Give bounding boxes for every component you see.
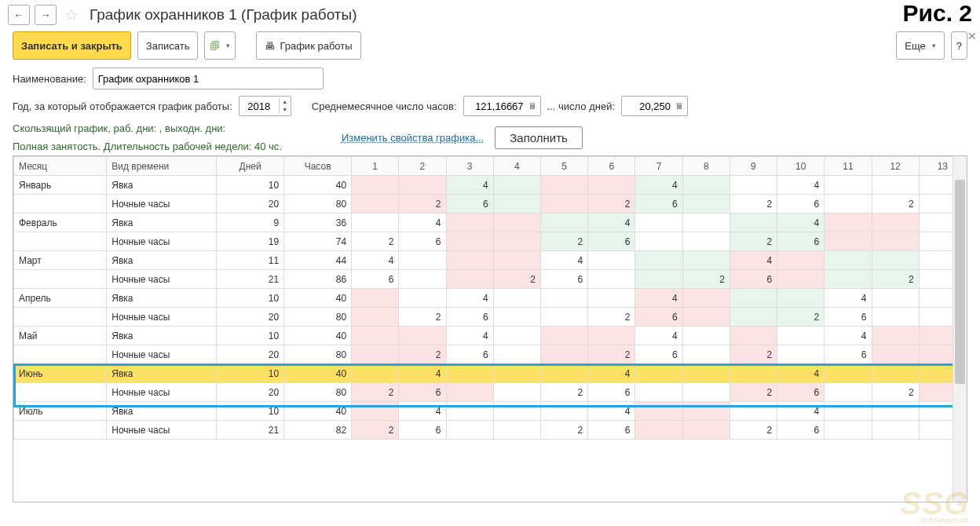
cell-day[interactable]: 4 bbox=[588, 402, 635, 421]
cell-day[interactable]: 2 bbox=[682, 270, 730, 289]
cell-kind[interactable]: Явка bbox=[107, 327, 217, 345]
cell-day[interactable] bbox=[588, 251, 635, 270]
col-day-5[interactable]: 5 bbox=[540, 157, 587, 176]
cell-day[interactable] bbox=[493, 308, 540, 327]
cell-days[interactable]: 11 bbox=[217, 251, 284, 270]
cell-day[interactable]: 4 bbox=[588, 214, 635, 232]
table-row[interactable]: Ночные часы2080262626 bbox=[14, 308, 967, 327]
cell-days[interactable]: 10 bbox=[217, 402, 284, 421]
cell-day[interactable] bbox=[682, 402, 730, 421]
cell-day[interactable] bbox=[352, 195, 399, 214]
cell-day[interactable]: 4 bbox=[777, 402, 825, 421]
cell-kind[interactable]: Ночные часы bbox=[107, 195, 217, 214]
col-days[interactable]: Дней bbox=[217, 157, 284, 176]
cell-day[interactable] bbox=[872, 345, 919, 364]
cell-day[interactable] bbox=[682, 176, 730, 195]
cell-day[interactable]: 6 bbox=[588, 421, 635, 440]
close-icon[interactable]: ✕ bbox=[967, 30, 977, 42]
cell-day[interactable] bbox=[540, 345, 587, 364]
cell-day[interactable]: 2 bbox=[399, 345, 446, 364]
col-day-12[interactable]: 12 bbox=[872, 157, 919, 176]
cell-hours[interactable]: 80 bbox=[284, 383, 352, 402]
days-box[interactable]: 🖩 bbox=[621, 96, 688, 116]
cell-day[interactable] bbox=[872, 214, 919, 232]
cell-hours[interactable]: 40 bbox=[284, 176, 352, 195]
fill-button[interactable]: Заполнить bbox=[495, 126, 583, 149]
cell-day[interactable] bbox=[635, 421, 682, 440]
name-input[interactable] bbox=[93, 68, 324, 89]
cell-day[interactable]: 2 bbox=[588, 195, 635, 214]
col-day-8[interactable]: 8 bbox=[682, 157, 730, 176]
table-row[interactable]: Ночные часы20802626262 bbox=[14, 345, 967, 364]
cell-day[interactable] bbox=[825, 214, 872, 232]
attach-menu-button[interactable]: 🗐 ▾ bbox=[204, 31, 236, 60]
table-row[interactable]: ЯнварьЯвка10404444 bbox=[14, 176, 967, 195]
cell-day[interactable] bbox=[493, 232, 540, 251]
cell-day[interactable] bbox=[730, 327, 777, 345]
col-day-3[interactable]: 3 bbox=[446, 157, 493, 176]
cell-day[interactable] bbox=[493, 176, 540, 195]
cell-hours[interactable]: 40 bbox=[284, 402, 352, 421]
cell-day[interactable] bbox=[872, 251, 919, 270]
col-day-10[interactable]: 10 bbox=[777, 157, 825, 176]
cell-day[interactable]: 6 bbox=[635, 345, 682, 364]
cell-day[interactable] bbox=[872, 364, 919, 383]
cell-day[interactable] bbox=[825, 232, 872, 251]
cell-day[interactable]: 4 bbox=[777, 364, 825, 383]
cell-day[interactable] bbox=[352, 308, 399, 327]
cell-day[interactable]: 6 bbox=[635, 195, 682, 214]
cell-day[interactable] bbox=[446, 270, 493, 289]
cell-hours[interactable]: 86 bbox=[284, 270, 352, 289]
table-row[interactable]: ИюльЯвка1040444 bbox=[14, 402, 967, 421]
cell-day[interactable] bbox=[352, 364, 399, 383]
cell-days[interactable]: 20 bbox=[217, 195, 284, 214]
cell-kind[interactable]: Ночные часы bbox=[107, 421, 217, 440]
cell-kind[interactable]: Ночные часы bbox=[107, 345, 217, 364]
cell-day[interactable] bbox=[399, 176, 446, 195]
cell-day[interactable]: 6 bbox=[777, 421, 825, 440]
cell-day[interactable]: 6 bbox=[777, 195, 825, 214]
cell-day[interactable] bbox=[446, 214, 493, 232]
cell-day[interactable]: 6 bbox=[777, 383, 825, 402]
cell-day[interactable]: 2 bbox=[872, 383, 919, 402]
save-close-button[interactable]: Записать и закрыть bbox=[13, 31, 131, 60]
table-row[interactable]: МайЯвка1040444 bbox=[14, 327, 967, 345]
change-properties-link[interactable]: Изменить свойства графика... bbox=[342, 132, 484, 144]
cell-hours[interactable]: 74 bbox=[284, 232, 352, 251]
cell-day[interactable] bbox=[872, 176, 919, 195]
cell-day[interactable] bbox=[399, 251, 446, 270]
table-row[interactable]: ФевральЯвка936444 bbox=[14, 214, 967, 232]
cell-day[interactable] bbox=[493, 195, 540, 214]
col-day-4[interactable]: 4 bbox=[493, 157, 540, 176]
cell-month[interactable]: Июнь bbox=[14, 364, 107, 383]
cell-day[interactable]: 4 bbox=[352, 251, 399, 270]
cell-days[interactable]: 19 bbox=[217, 232, 284, 251]
schedule-table[interactable]: МесяцВид времениДнейЧасов123456789101112… bbox=[13, 156, 967, 440]
cell-day[interactable] bbox=[682, 383, 730, 402]
cell-day[interactable] bbox=[540, 176, 587, 195]
cell-day[interactable] bbox=[682, 232, 730, 251]
cell-day[interactable]: 4 bbox=[446, 176, 493, 195]
cell-day[interactable]: 6 bbox=[588, 232, 635, 251]
cell-month[interactable]: Апрель bbox=[14, 289, 107, 308]
cell-day[interactable]: 2 bbox=[493, 270, 540, 289]
cell-month[interactable]: Май bbox=[14, 327, 107, 345]
cell-day[interactable] bbox=[352, 327, 399, 345]
cell-day[interactable] bbox=[399, 327, 446, 345]
table-row[interactable]: МартЯвка11444444 bbox=[14, 251, 967, 270]
cell-day[interactable] bbox=[872, 327, 919, 345]
cell-month[interactable] bbox=[14, 345, 107, 364]
cell-day[interactable]: 2 bbox=[872, 195, 919, 214]
cell-day[interactable] bbox=[540, 308, 587, 327]
cell-day[interactable] bbox=[777, 251, 825, 270]
cell-hours[interactable]: 82 bbox=[284, 421, 352, 440]
cell-day[interactable] bbox=[682, 345, 730, 364]
cell-day[interactable]: 4 bbox=[446, 327, 493, 345]
cell-day[interactable]: 2 bbox=[399, 308, 446, 327]
cell-day[interactable]: 2 bbox=[399, 195, 446, 214]
cell-day[interactable] bbox=[872, 232, 919, 251]
cell-hours[interactable]: 80 bbox=[284, 308, 352, 327]
cell-day[interactable]: 4 bbox=[399, 214, 446, 232]
cell-day[interactable]: 4 bbox=[635, 327, 682, 345]
nav-fwd-button[interactable]: → bbox=[35, 5, 57, 25]
